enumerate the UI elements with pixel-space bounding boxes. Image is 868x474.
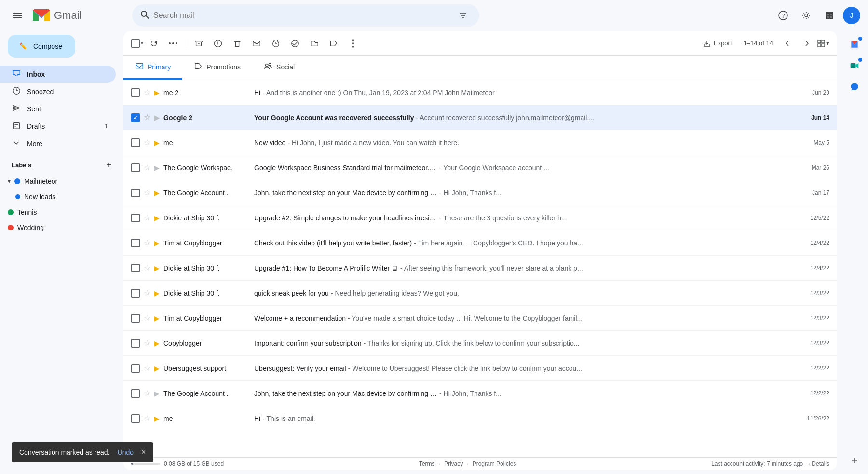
email-checkbox[interactable]: [131, 189, 140, 197]
email-checkbox[interactable]: [131, 88, 140, 97]
star-button[interactable]: ☆: [144, 238, 150, 247]
delete-button[interactable]: [229, 35, 246, 52]
email-row[interactable]: ☆ ▶ Copyblogger Important: confirm your …: [123, 331, 837, 356]
email-row[interactable]: ☆ ▶ The Google Account . John, take the …: [123, 180, 837, 205]
email-checkbox[interactable]: [131, 138, 140, 147]
sidebar-item-snoozed[interactable]: Snoozed: [0, 83, 116, 100]
more-toolbar-button[interactable]: [344, 35, 362, 52]
importance-marker[interactable]: ▶: [154, 239, 160, 247]
star-button[interactable]: ☆: [144, 163, 150, 172]
email-checkbox[interactable]: [131, 264, 140, 272]
email-checkbox[interactable]: [131, 339, 140, 348]
email-row[interactable]: ☆ ▶ Dickie at Ship 30 f. Upgrade #2: Sim…: [123, 205, 837, 230]
email-row[interactable]: ☆ ▶ The Google Workspac. Google Workspac…: [123, 155, 837, 180]
snackbar-undo-button[interactable]: Undo: [118, 448, 134, 456]
search-input[interactable]: [153, 11, 447, 20]
star-button[interactable]: ☆: [144, 288, 150, 298]
email-row[interactable]: ☆ ▶ me Hi This is an email. 11/26/22: [123, 406, 837, 431]
avatar[interactable]: J: [843, 7, 860, 24]
next-page-button[interactable]: [798, 35, 815, 52]
star-button[interactable]: ☆: [144, 313, 150, 323]
compose-button[interactable]: ✏️ Compose: [8, 35, 75, 58]
sidebar-item-inbox[interactable]: Inbox: [0, 66, 116, 83]
snackbar-close-button[interactable]: ×: [141, 448, 146, 457]
report-spam-button[interactable]: [209, 35, 227, 52]
email-row[interactable]: ☆ ▶ Tim at Copyblogger Welcome + a recom…: [123, 306, 837, 331]
importance-marker[interactable]: ▶: [154, 289, 160, 297]
importance-marker[interactable]: ▶: [154, 139, 160, 147]
add-label-button[interactable]: +: [102, 158, 116, 172]
importance-marker[interactable]: ▶: [154, 264, 160, 272]
email-checkbox[interactable]: [131, 389, 140, 398]
email-row[interactable]: ☆ ▶ The Google Account . John, take the …: [123, 381, 837, 406]
gmail-panel-icon[interactable]: [845, 35, 864, 54]
tab-promotions[interactable]: Promotions: [182, 56, 252, 80]
star-button[interactable]: ☆: [144, 389, 150, 398]
settings-button[interactable]: [797, 6, 816, 25]
select-all-checkbox-dropdown[interactable]: ▾: [131, 39, 143, 48]
importance-marker[interactable]: ▶: [154, 390, 160, 397]
search-options-button[interactable]: [454, 7, 472, 24]
sidebar-item-new-leads[interactable]: New leads: [0, 189, 116, 204]
sidebar-item-drafts[interactable]: Drafts 1: [0, 118, 116, 135]
hamburger-menu-button[interactable]: [8, 6, 27, 25]
email-checkbox[interactable]: [131, 163, 140, 172]
snooze-button[interactable]: [267, 35, 285, 52]
select-all-checkbox[interactable]: [131, 39, 140, 48]
sidebar-item-more[interactable]: More: [0, 135, 116, 152]
email-row[interactable]: ☆ ▶ Google 2 Your Google Account was rec…: [123, 105, 837, 130]
email-row[interactable]: ☆ ▶ me 2 Hi And this is another one :) O…: [123, 80, 837, 105]
prev-page-button[interactable]: [779, 35, 796, 52]
refresh-button[interactable]: [145, 35, 163, 52]
privacy-link[interactable]: Privacy: [444, 460, 463, 467]
chat-panel-icon[interactable]: [845, 77, 864, 96]
add-panel-button[interactable]: +: [845, 451, 864, 470]
label-button[interactable]: [325, 35, 342, 52]
email-row[interactable]: ☆ ▶ me New video Hi John, I just made a …: [123, 130, 837, 155]
importance-marker[interactable]: ▶: [154, 214, 160, 222]
star-button[interactable]: ☆: [144, 263, 150, 272]
star-button[interactable]: ☆: [144, 88, 150, 97]
email-row[interactable]: ☆ ▶ Ubersuggest support Ubersuggest: Ver…: [123, 356, 837, 381]
tab-social[interactable]: Social: [252, 56, 306, 80]
terms-link[interactable]: Terms: [419, 460, 435, 467]
mark-read-button[interactable]: [248, 35, 265, 52]
meet-panel-icon[interactable]: [845, 56, 864, 75]
email-checkbox[interactable]: [131, 113, 140, 122]
star-button[interactable]: ☆: [144, 414, 150, 423]
export-button[interactable]: Export: [697, 36, 738, 51]
importance-marker[interactable]: ▶: [154, 89, 160, 96]
importance-marker[interactable]: ▶: [154, 189, 160, 197]
sidebar-item-sent[interactable]: Sent: [0, 100, 116, 118]
email-checkbox[interactable]: [131, 314, 140, 323]
email-checkbox[interactable]: [131, 214, 140, 222]
importance-marker[interactable]: ▶: [154, 365, 160, 372]
star-button[interactable]: ☆: [144, 364, 150, 373]
importance-marker[interactable]: ▶: [154, 415, 160, 422]
importance-marker[interactable]: ▶: [154, 114, 160, 122]
archive-button[interactable]: [190, 35, 207, 52]
move-to-button[interactable]: [306, 35, 323, 52]
help-button[interactable]: ?: [773, 6, 793, 25]
importance-marker[interactable]: ▶: [154, 164, 160, 172]
star-button[interactable]: ☆: [144, 213, 150, 222]
email-row[interactable]: ☆ ▶ Tim at Copyblogger Check out this vi…: [123, 230, 837, 256]
email-checkbox[interactable]: [131, 239, 140, 247]
apps-button[interactable]: [820, 6, 839, 25]
email-row[interactable]: ☆ ▶ Dickie at Ship 30 f. quick sneak pee…: [123, 281, 837, 306]
tab-primary[interactable]: Primary: [123, 56, 182, 80]
star-button[interactable]: ☆: [144, 138, 150, 147]
importance-marker[interactable]: ▶: [154, 314, 160, 322]
more-options-button[interactable]: [164, 35, 182, 52]
sidebar-item-wedding[interactable]: Wedding: [0, 220, 116, 235]
star-button[interactable]: ☆: [144, 188, 150, 197]
details-link[interactable]: Details: [812, 460, 829, 467]
star-button[interactable]: ☆: [144, 113, 150, 122]
star-button[interactable]: ☆: [144, 339, 150, 348]
importance-marker[interactable]: ▶: [154, 339, 160, 347]
view-toggle[interactable]: ▾: [817, 40, 829, 47]
email-row[interactable]: ☆ ▶ Dickie at Ship 30 f. Upgrade #1: How…: [123, 256, 837, 281]
sidebar-item-mailmeteor[interactable]: ▾ Mailmeteor: [0, 174, 116, 189]
email-checkbox[interactable]: [131, 364, 140, 373]
email-checkbox[interactable]: [131, 414, 140, 423]
